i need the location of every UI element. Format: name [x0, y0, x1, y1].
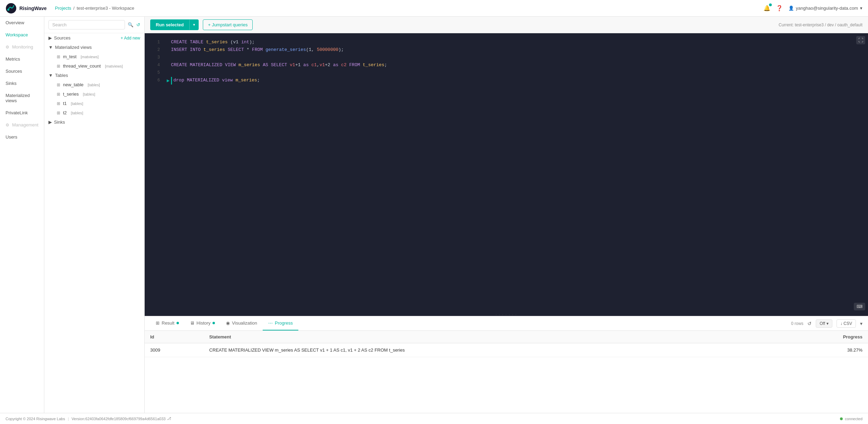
breadcrumb-projects[interactable]: Projects	[55, 6, 71, 11]
sinks-section-label: Sinks	[54, 120, 65, 125]
refresh-tree-button[interactable]: ↺	[136, 22, 140, 27]
result-tab-label: Result	[162, 320, 174, 326]
version-value: 62403fa0642fdfe185809cf669799a4d6561a033	[85, 417, 166, 421]
tree-item-thread-view-count[interactable]: ⊞ thread_view_count [matviews]	[44, 61, 144, 71]
connected-dot	[840, 417, 843, 420]
tables-expand-icon: ▼	[48, 73, 53, 78]
users-label: Users	[6, 134, 17, 140]
notifications-button[interactable]: 🔔	[763, 5, 770, 11]
new-table-tag: [tables]	[88, 83, 100, 87]
version-label: Version:	[72, 417, 85, 421]
sidebar-item-overview[interactable]: Overview	[0, 17, 44, 29]
tab-history[interactable]: 🖥 History	[184, 316, 220, 330]
visualization-icon: ◉	[226, 320, 230, 326]
breadcrumb-sep: /	[73, 6, 75, 11]
help-button[interactable]: ❓	[776, 5, 783, 11]
tables-section-label: Tables	[55, 73, 68, 78]
thread-view-count-label: thread_view_count	[63, 63, 101, 69]
new-table-label: new_table	[63, 82, 83, 87]
tree-item-t-series[interactable]: ⊞ t_series [tables]	[44, 89, 144, 99]
code-editor[interactable]: 1 CREATE TABLE t_series (v1 int); 2 INSE…	[145, 33, 868, 313]
sidebar-item-monitoring: ⚙ Monitoring	[0, 41, 44, 53]
search-input[interactable]	[48, 20, 125, 29]
user-menu-chevron: ▾	[860, 6, 862, 11]
progress-tab-label: Progress	[275, 320, 293, 326]
sidebar-item-private-link[interactable]: PrivateLink	[0, 107, 44, 119]
management-icon: ⚙	[6, 123, 9, 127]
metrics-label: Metrics	[6, 56, 20, 62]
t-series-label: t_series	[63, 91, 79, 97]
row-statement: CREATE MATERIALIZED VIEW m_series AS SEL…	[204, 343, 783, 357]
keyboard-shortcut-button[interactable]: ⌨	[854, 303, 865, 310]
csv-download-button[interactable]: ↓ CSV	[837, 319, 856, 328]
history-tab-label: History	[197, 320, 210, 326]
sidebar-item-matviews[interactable]: Materialized views	[0, 89, 44, 107]
breadcrumb-current: test-enterprise3 - Workspace	[76, 6, 134, 11]
add-new-source-button[interactable]: + Add new	[121, 36, 140, 41]
tree-item-t1[interactable]: ⊞ t1 [tables]	[44, 99, 144, 108]
sidebar-item-sinks[interactable]: Sinks	[0, 77, 44, 89]
off-toggle-button[interactable]: Off ▾	[816, 319, 832, 328]
svg-point-0	[6, 3, 16, 14]
col-header-progress: Progress	[782, 331, 868, 343]
svg-point-1	[7, 9, 9, 11]
current-info: Current: test-enterprise3 / dev / oauth_…	[779, 23, 862, 27]
code-line-4: 4 CREATE MATERIALIZED VIEW m_series AS S…	[145, 62, 868, 69]
col-header-id: Id	[145, 331, 204, 343]
monitoring-label: Monitoring	[12, 44, 33, 50]
col-header-statement: Statement	[204, 331, 783, 343]
sidebar-item-sources[interactable]: Sources	[0, 65, 44, 77]
code-editor-wrapper: 1 CREATE TABLE t_series (v1 int); 2 INSE…	[145, 33, 868, 313]
footer: Copyright © 2024 Risingwave Labs | Versi…	[0, 413, 868, 424]
tree-section-sinks[interactable]: ▶ Sinks	[44, 117, 144, 127]
row-id: 3009	[145, 343, 204, 357]
sidebar-item-management: ⚙ Management	[0, 119, 44, 131]
matviews-label: Materialized views	[6, 93, 38, 103]
search-button[interactable]: 🔍	[128, 22, 134, 27]
jumpstart-button[interactable]: + Jumpstart queries	[203, 19, 253, 30]
code-line-1: 1 CREATE TABLE t_series (v1 int);	[145, 39, 868, 46]
tree-item-new-table[interactable]: ⊞ new_table [tables]	[44, 80, 144, 89]
run-dropdown-button[interactable]: ▾	[189, 20, 199, 30]
workspace-label: Workspace	[6, 32, 28, 37]
current-value: test-enterprise3 / dev / oauth_default	[795, 23, 862, 27]
plus-icon-thread-view: ⊞	[57, 64, 60, 69]
code-line-6: 6 ▶ drop MATERIALIZED view m_series;	[145, 77, 868, 85]
notification-badge	[769, 3, 772, 6]
tree-section-matviews[interactable]: ▼ Materialized views	[44, 43, 144, 52]
code-line-2: 2 INSERT INTO t_series SELECT * FROM gen…	[145, 46, 868, 54]
progress-table: Id Statement Progress 3009 CREATE MATERI…	[145, 331, 868, 413]
tree-item-t2[interactable]: ⊞ t2 [tables]	[44, 108, 144, 117]
refresh-results-button[interactable]: ↺	[807, 321, 812, 326]
resize-handle[interactable]: · · · · · · ·	[145, 313, 868, 316]
run-btn-group: Run selected ▾	[150, 19, 199, 30]
main-container: Overview Workspace ⚙ Monitoring Metrics …	[0, 17, 868, 413]
t1-tag: [tables]	[71, 101, 83, 106]
user-avatar-icon: 👤	[788, 6, 794, 11]
overview-label: Overview	[6, 20, 24, 25]
connected-status: connected	[845, 417, 862, 421]
sidebar-item-users[interactable]: Users	[0, 131, 44, 143]
user-menu[interactable]: 👤 yanghao@singularity-data.com ▾	[788, 6, 862, 11]
tab-actions: 0 rows ↺ Off ▾ ↓ CSV ▾	[791, 319, 862, 328]
top-nav: RisingWave Projects / test-enterprise3 -…	[0, 0, 868, 17]
sources-label: Sources	[6, 69, 22, 74]
tab-progress[interactable]: ⋯ Progress	[263, 316, 298, 330]
editor-toolbar: Run selected ▾ + Jumpstart queries Curre…	[145, 17, 868, 33]
history-icon: 🖥	[190, 320, 195, 326]
history-badge	[213, 322, 215, 324]
off-label: Off	[820, 321, 825, 326]
thread-view-count-tag: [matviews]	[105, 64, 123, 68]
tab-visualization[interactable]: ◉ Visualization	[220, 316, 263, 330]
github-icon: ⎇	[167, 416, 171, 421]
tab-result[interactable]: ⊞ Result	[150, 316, 184, 330]
run-selected-button[interactable]: Run selected	[150, 19, 189, 30]
sidebar-item-metrics[interactable]: Metrics	[0, 53, 44, 65]
fullscreen-button[interactable]: ⛶	[856, 36, 865, 44]
sinks-label: Sinks	[6, 81, 17, 86]
tree-item-m-test[interactable]: ⊞ m_test [matviews]	[44, 52, 144, 61]
tree-section-sources[interactable]: ▶ Sources + Add new	[44, 33, 144, 43]
tree-section-tables[interactable]: ▼ Tables	[44, 71, 144, 80]
sidebar-item-workspace[interactable]: Workspace	[0, 29, 44, 41]
more-options-button[interactable]: ▾	[860, 321, 862, 326]
